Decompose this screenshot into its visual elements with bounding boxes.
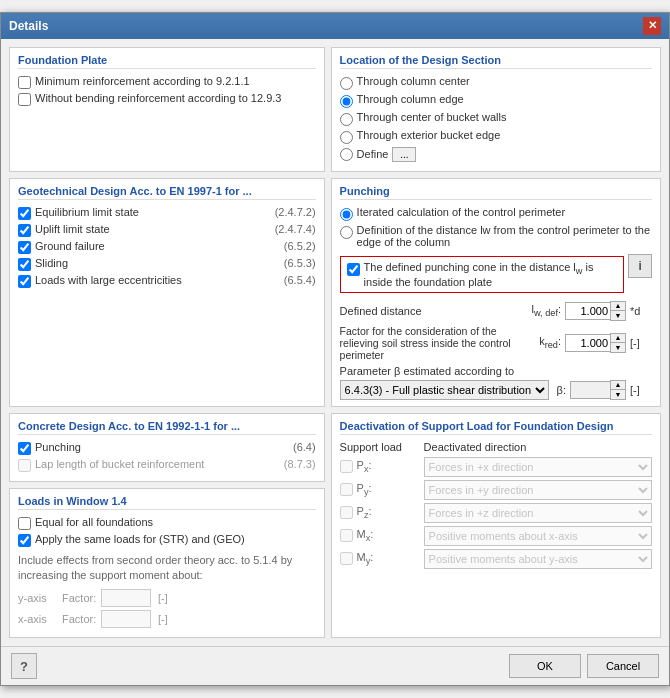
radio-iterated-input[interactable] (340, 208, 353, 221)
punching-title: Punching (340, 185, 652, 200)
cancel-button[interactable]: Cancel (587, 654, 659, 678)
min-reinf-label: Minimum reinforcement according to 9.2.1… (35, 75, 316, 87)
my-select[interactable]: Positive moments about y-axis (424, 549, 652, 569)
radio-bucket-center-label: Through center of bucket walls (357, 111, 507, 123)
dialog-footer: ? OK Cancel (1, 646, 669, 685)
lap-length-checkbox[interactable] (18, 459, 31, 472)
factor-spinner: ▲ ▼ (565, 333, 626, 353)
radio-definition-dist-input[interactable] (340, 226, 353, 239)
radio-definition-dist-label: Definition of the distance lw from the c… (357, 224, 652, 248)
radio-iterated: Iterated calculation of the control peri… (340, 206, 652, 221)
px-checkbox[interactable] (340, 460, 353, 473)
radio-bucket-edge-input[interactable] (340, 131, 353, 144)
uplift-checkbox[interactable] (18, 224, 31, 237)
min-reinf-row: Minimum reinforcement according to 9.2.1… (18, 75, 316, 89)
pz-checkbox[interactable] (340, 506, 353, 519)
same-loads-label: Apply the same loads for (STR) and (GEO) (35, 533, 316, 545)
beta-input[interactable] (570, 381, 610, 399)
equal-all-label: Equal for all foundations (35, 516, 316, 528)
defined-distance-input[interactable] (565, 302, 610, 320)
same-loads-checkbox[interactable] (18, 534, 31, 547)
pz-label: Pz: (357, 505, 372, 520)
support-mx-row: Mx: Positive moments about x-axis (340, 526, 652, 546)
large-ecc-label: Loads with large eccentricities (35, 274, 257, 286)
pz-select[interactable]: Forces in +z direction (424, 503, 652, 523)
px-select[interactable]: Forces in +x direction (424, 457, 652, 477)
min-reinf-checkbox[interactable] (18, 76, 31, 89)
beta-section: Parameter β estimated according to 6.4.3… (340, 365, 652, 400)
mx-select[interactable]: Positive moments about x-axis (424, 526, 652, 546)
help-button[interactable]: ? (11, 653, 37, 679)
ground-failure-row: Ground failure (6.5.2) (18, 240, 316, 254)
support-py-check-label: Py: (340, 482, 420, 497)
spinner-btns: ▲ ▼ (610, 301, 626, 321)
radio-col-center-input[interactable] (340, 77, 353, 90)
sliding-checkbox[interactable] (18, 258, 31, 271)
y-axis-unit: [-] (158, 592, 168, 604)
radio-bucket-edge: Through exterior bucket edge (340, 129, 652, 144)
radio-bucket-center-input[interactable] (340, 113, 353, 126)
second-order-text: Include effects from second order theory… (18, 553, 316, 584)
y-axis-input (101, 589, 151, 607)
radio-define-row: Define ... (340, 147, 652, 162)
spinner-down[interactable]: ▼ (611, 311, 625, 320)
factor-input[interactable] (565, 334, 610, 352)
punching-cone-container: The defined punching cone in the distanc… (340, 252, 652, 297)
ok-button[interactable]: OK (509, 654, 581, 678)
punching-concrete-row: Punching (6.4) (18, 441, 316, 455)
info-button[interactable]: i (628, 254, 652, 278)
radio-bucket-edge-label: Through exterior bucket edge (357, 129, 501, 141)
factor-spinner-up[interactable]: ▲ (611, 334, 625, 343)
support-pz-row: Pz: Forces in +z direction (340, 503, 652, 523)
mx-checkbox[interactable] (340, 529, 353, 542)
beta-spinner: ▲ ▼ (570, 380, 626, 400)
foundation-plate-panel: Foundation Plate Minimum reinforcement a… (9, 47, 325, 172)
beta-spinner-up[interactable]: ▲ (611, 381, 625, 390)
factor-spinner-down[interactable]: ▼ (611, 343, 625, 352)
concrete-design-panel: Concrete Design Acc. to EN 1992-1-1 for … (9, 413, 325, 482)
title-bar: Details ✕ (1, 13, 669, 39)
location-design-title: Location of the Design Section (340, 54, 652, 69)
beta-label: Parameter β estimated according to (340, 365, 652, 377)
py-label: Py: (357, 482, 372, 497)
punching-concrete-checkbox[interactable] (18, 442, 31, 455)
sliding-label: Sliding (35, 257, 257, 269)
py-select[interactable]: Forces in +y direction (424, 480, 652, 500)
sliding-row: Sliding (6.5.3) (18, 257, 316, 271)
ground-failure-label: Ground failure (35, 240, 257, 252)
equilibrium-label: Equilibrium limit state (35, 206, 257, 218)
equal-all-checkbox[interactable] (18, 517, 31, 530)
punching-panel: Punching Iterated calculation of the con… (331, 178, 661, 407)
equilibrium-code: (2.4.7.2) (261, 206, 316, 218)
uplift-label: Uplift limit state (35, 223, 257, 235)
spinner-up[interactable]: ▲ (611, 302, 625, 311)
x-axis-label: x-axis (18, 613, 58, 625)
define-button[interactable]: ... (392, 147, 416, 162)
factor-spinner-btns: ▲ ▼ (610, 333, 626, 353)
large-ecc-checkbox[interactable] (18, 275, 31, 288)
beta-spinner-down[interactable]: ▼ (611, 390, 625, 399)
y-axis-factor-label: Factor: (62, 592, 97, 604)
support-mx-check-label: Mx: (340, 528, 420, 543)
radio-col-center: Through column center (340, 75, 652, 90)
without-bending-checkbox[interactable] (18, 93, 31, 106)
radio-define-input[interactable] (340, 148, 353, 161)
cone-checkbox[interactable] (347, 263, 360, 276)
x-axis-factor-label: Factor: (62, 613, 97, 625)
equilibrium-checkbox[interactable] (18, 207, 31, 220)
factor-row: Factor for the consideration of the reli… (340, 325, 652, 361)
py-checkbox[interactable] (340, 483, 353, 496)
ground-failure-checkbox[interactable] (18, 241, 31, 254)
radio-col-center-label: Through column center (357, 75, 470, 87)
radio-col-edge: Through column edge (340, 93, 652, 108)
foundation-plate-title: Foundation Plate (18, 54, 316, 69)
factor-unit: [-] (630, 337, 652, 349)
support-pz-check-label: Pz: (340, 505, 420, 520)
geotechnical-panel: Geotechnical Design Acc. to EN 1997-1 fo… (9, 178, 325, 407)
beta-select[interactable]: 6.4.3(3) - Full plastic shear distributi… (340, 380, 549, 400)
beta-unit: [-] (630, 384, 652, 396)
x-axis-row: x-axis Factor: [-] (18, 610, 316, 628)
close-button[interactable]: ✕ (643, 17, 661, 35)
my-checkbox[interactable] (340, 552, 353, 565)
radio-col-edge-input[interactable] (340, 95, 353, 108)
